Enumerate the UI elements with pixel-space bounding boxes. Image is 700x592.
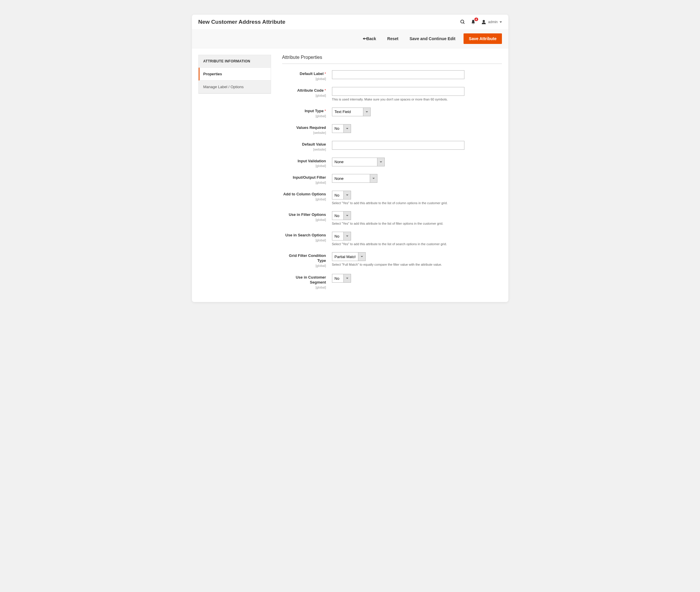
user-menu[interactable]: admin bbox=[481, 19, 502, 24]
svg-point-2 bbox=[482, 20, 485, 22]
scope-label: [global] bbox=[282, 197, 326, 201]
scope-label: [global] bbox=[282, 164, 326, 167]
back-label: Back bbox=[366, 36, 376, 41]
page-body: ATTRIBUTE INFORMATION Properties Manage … bbox=[192, 48, 508, 302]
required-mark: * bbox=[324, 109, 326, 113]
field-input-type: Input Type* [global] bbox=[282, 107, 502, 118]
use-search-help: Select "Yes" to add this attribute to th… bbox=[332, 242, 502, 246]
field-attribute-code: Attribute Code* [global] This is used in… bbox=[282, 87, 502, 101]
notifications-button[interactable]: 4 bbox=[471, 19, 476, 24]
grid-filter-select[interactable] bbox=[332, 252, 366, 261]
attribute-code-input[interactable] bbox=[332, 87, 464, 96]
field-use-filter-options: Use in Filter Options [global] Select "Y… bbox=[282, 211, 502, 225]
use-filter-label: Use in Filter Options bbox=[289, 212, 326, 217]
use-search-label: Use in Search Options bbox=[285, 233, 326, 237]
back-button[interactable]: Back bbox=[360, 34, 379, 43]
action-bar: Back Reset Save and Continue Edit Save A… bbox=[192, 29, 508, 48]
page-title: New Customer Address Attribute bbox=[198, 19, 285, 25]
values-required-select[interactable] bbox=[332, 124, 351, 133]
field-io-filter: Input/Output Filter [global] bbox=[282, 174, 502, 184]
add-column-label: Add to Column Options bbox=[283, 192, 326, 196]
use-filter-select[interactable] bbox=[332, 211, 351, 220]
main-content: Attribute Properties Default Label* [glo… bbox=[282, 55, 502, 296]
scope-label: [global] bbox=[282, 286, 326, 289]
username-label: admin bbox=[488, 20, 498, 24]
scope-label: [global] bbox=[282, 94, 326, 97]
default-label-label: Default Label bbox=[300, 71, 324, 76]
tab-properties[interactable]: Properties bbox=[199, 68, 271, 81]
input-type-select[interactable] bbox=[332, 107, 371, 116]
scope-label: [website] bbox=[282, 148, 326, 151]
scope-label: [global] bbox=[282, 264, 326, 267]
search-button[interactable] bbox=[460, 19, 465, 24]
add-column-select[interactable] bbox=[332, 191, 351, 199]
field-add-column-options: Add to Column Options [global] Select "Y… bbox=[282, 191, 502, 205]
use-search-select[interactable] bbox=[332, 232, 351, 241]
input-validation-select[interactable] bbox=[332, 158, 385, 166]
scope-label: [website] bbox=[282, 131, 326, 135]
grid-filter-label: Grid Filter Condition Type bbox=[289, 253, 326, 263]
use-filter-help: Select "Yes" to add this attribute to th… bbox=[332, 222, 502, 225]
scope-label: [global] bbox=[282, 238, 326, 242]
scope-label: [global] bbox=[282, 218, 326, 221]
customer-segment-label: Use in Customer Segment bbox=[296, 275, 326, 285]
tab-manage-label-options[interactable]: Manage Label / Options bbox=[199, 81, 271, 93]
reset-button[interactable]: Reset bbox=[384, 34, 402, 43]
scope-label: [global] bbox=[282, 77, 326, 81]
field-input-validation: Input Validation [global] bbox=[282, 158, 502, 168]
user-icon bbox=[481, 19, 486, 24]
page-container: New Customer Address Attribute 4 admin B… bbox=[192, 15, 508, 302]
attribute-code-label: Attribute Code bbox=[297, 88, 324, 93]
required-mark: * bbox=[324, 88, 326, 93]
input-type-label: Input Type bbox=[305, 109, 324, 113]
save-attribute-button[interactable]: Save Attribute bbox=[464, 34, 502, 44]
field-use-search-options: Use in Search Options [global] Select "Y… bbox=[282, 232, 502, 246]
chevron-down-icon bbox=[500, 21, 502, 23]
field-default-value: Default Value [website] bbox=[282, 141, 502, 151]
add-column-help: Select "Yes" to add this attribute to th… bbox=[332, 201, 502, 205]
sidebar: ATTRIBUTE INFORMATION Properties Manage … bbox=[198, 55, 271, 94]
field-grid-filter-condition: Grid Filter Condition Type [global] Sele… bbox=[282, 252, 502, 267]
customer-segment-select[interactable] bbox=[332, 274, 351, 283]
search-icon bbox=[460, 19, 465, 24]
default-label-input[interactable] bbox=[332, 70, 464, 79]
field-customer-segment: Use in Customer Segment [global] bbox=[282, 274, 502, 289]
values-required-label: Values Required bbox=[296, 126, 326, 130]
section-title: Attribute Properties bbox=[282, 55, 502, 64]
save-continue-button[interactable]: Save and Continue Edit bbox=[407, 34, 458, 43]
input-validation-label: Input Validation bbox=[298, 159, 326, 163]
svg-point-0 bbox=[461, 20, 464, 23]
header-actions: 4 admin bbox=[460, 19, 502, 24]
io-filter-label: Input/Output Filter bbox=[293, 175, 326, 180]
io-filter-select[interactable] bbox=[332, 174, 377, 183]
scope-label: [global] bbox=[282, 114, 326, 118]
svg-line-1 bbox=[463, 22, 464, 24]
attribute-code-help: This is used internally. Make sure you d… bbox=[332, 98, 502, 101]
grid-filter-help: Select "Full Match" to equally compare t… bbox=[332, 263, 502, 266]
notification-badge: 4 bbox=[474, 17, 478, 21]
default-value-input[interactable] bbox=[332, 141, 464, 150]
field-values-required: Values Required [website] bbox=[282, 124, 502, 135]
field-default-label: Default Label* [global] bbox=[282, 70, 502, 81]
required-mark: * bbox=[324, 71, 326, 76]
arrow-left-icon bbox=[363, 38, 365, 40]
sidebar-title: ATTRIBUTE INFORMATION bbox=[199, 55, 271, 68]
page-header: New Customer Address Attribute 4 admin bbox=[192, 15, 508, 29]
default-value-label: Default Value bbox=[302, 142, 326, 146]
scope-label: [global] bbox=[282, 181, 326, 184]
